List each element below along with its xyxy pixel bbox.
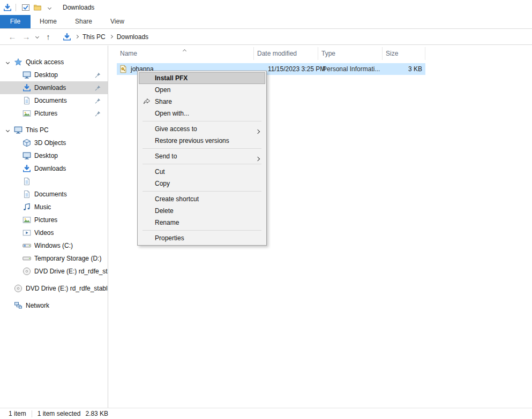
sidebar-section-label: This PC: [26, 126, 49, 134]
sidebar-item-label: Desktop: [34, 152, 58, 159]
menu-item-copy[interactable]: Copy: [139, 178, 265, 189]
sidebar-item-thispc-desktop[interactable]: Desktop: [0, 149, 108, 162]
menu-item-cut[interactable]: Cut: [139, 166, 265, 178]
history-dropdown-icon[interactable]: [35, 35, 39, 39]
menu-item-open-with[interactable]: Open with...: [139, 108, 265, 119]
drive-icon: [23, 254, 31, 263]
sidebar-item-label: DVD Drive (E:) rd_rdfe_stable: [34, 268, 108, 275]
menu-item-rename[interactable]: Rename: [139, 217, 265, 228]
video-icon: [23, 228, 31, 237]
sidebar-section-label: Quick access: [26, 58, 64, 66]
pictures-icon: [23, 216, 31, 224]
network-icon: [14, 301, 23, 310]
sidebar-item-label: Pictures: [34, 110, 57, 117]
sidebar-item-label: Desktop: [34, 71, 58, 79]
menu-item-delete[interactable]: Delete: [139, 205, 265, 217]
breadcrumb-chevron-icon[interactable]: [109, 35, 113, 39]
dvd-icon: [23, 267, 31, 276]
sidebar-item-network[interactable]: Network: [0, 299, 108, 312]
menu-item-properties[interactable]: Properties: [139, 232, 265, 244]
sidebar-item-label: DVD Drive (E:) rd_rdfe_stable.1: [26, 285, 108, 292]
menu-separator: [143, 121, 261, 121]
expand-chevron-icon[interactable]: [6, 128, 10, 132]
back-button[interactable]: ←: [5, 30, 19, 44]
column-headers: Name Date modified Type Size: [109, 47, 532, 60]
status-item-count: 1 item: [9, 410, 26, 417]
menu-item-send-to[interactable]: Send to: [139, 150, 265, 162]
navigation-bar: ← → ↑ This PC Downloads: [0, 29, 532, 45]
column-header-date-modified[interactable]: Date modified: [254, 47, 318, 60]
breadcrumb-this-pc[interactable]: This PC: [83, 33, 106, 41]
pin-icon: [95, 72, 101, 78]
sidebar-item-label: Pictures: [34, 216, 57, 224]
sidebar-item-unnamed[interactable]: [0, 175, 108, 188]
tab-share[interactable]: Share: [66, 15, 101, 28]
monitor-icon: [23, 71, 31, 79]
document-icon: [23, 96, 31, 105]
breadcrumb-downloads[interactable]: Downloads: [117, 33, 148, 41]
menu-item-restore-previous-versions[interactable]: Restore previous versions: [139, 135, 265, 147]
menu-item-share[interactable]: Share: [139, 96, 265, 108]
file-size: 3 KB: [383, 63, 422, 75]
status-selection-count: 1 item selected: [38, 410, 81, 417]
sidebar-section-quick-access[interactable]: Quick access: [0, 56, 108, 68]
address-bar[interactable]: This PC Downloads: [63, 33, 148, 41]
submenu-arrow-icon: [256, 127, 259, 135]
sidebar-item-3d-objects[interactable]: 3D Objects: [0, 136, 108, 149]
sidebar-item-label: Windows (C:): [34, 242, 73, 249]
sidebar-item-thispc-pictures[interactable]: Pictures: [0, 214, 108, 226]
status-bar: 1 item 1 item selected 2.83 KB: [0, 408, 532, 419]
sidebar-item-music[interactable]: Music: [0, 201, 108, 214]
forward-button[interactable]: →: [19, 30, 33, 44]
monitor-icon: [23, 151, 31, 160]
column-header-label: Size: [386, 50, 398, 57]
menu-item-open[interactable]: Open: [139, 84, 265, 96]
tab-view[interactable]: View: [101, 15, 133, 28]
sidebar-item-label: Downloads: [34, 84, 66, 92]
sidebar-item-label: Documents: [34, 97, 67, 104]
menu-separator: [143, 230, 261, 231]
column-header-label: Date modified: [257, 50, 297, 57]
sidebar-section-this-pc[interactable]: This PC: [0, 124, 108, 136]
drive-windows-icon: [23, 241, 31, 250]
status-selection-size: 2.83 KB: [85, 410, 108, 417]
sidebar-item-thispc-documents[interactable]: Documents: [0, 188, 108, 201]
breadcrumb-chevron-icon[interactable]: [75, 35, 79, 39]
downloads-icon: [23, 83, 31, 92]
monitor-icon: [14, 126, 23, 134]
properties-button[interactable]: [20, 2, 32, 13]
new-folder-button[interactable]: [32, 2, 43, 13]
column-header-name[interactable]: Name: [117, 47, 254, 60]
sidebar-item-desktop[interactable]: Desktop: [0, 68, 108, 81]
sidebar-item-label: 3D Objects: [34, 139, 66, 147]
column-header-size[interactable]: Size: [383, 47, 425, 60]
sidebar-item-pictures[interactable]: Pictures: [0, 107, 108, 120]
sidebar-item-documents[interactable]: Documents: [0, 94, 108, 107]
star-icon: [14, 58, 23, 66]
menu-item-give-access-to[interactable]: Give access to: [139, 123, 265, 135]
navigation-pane: Quick access Desktop Downloads Documents…: [0, 45, 108, 408]
tab-home[interactable]: Home: [31, 15, 66, 28]
context-menu: Install PFX Open Share Open with... Give…: [137, 71, 267, 246]
sidebar-item-videos[interactable]: Videos: [0, 226, 108, 239]
menu-item-create-shortcut[interactable]: Create shortcut: [139, 193, 265, 205]
expand-chevron-icon[interactable]: [6, 60, 10, 64]
properties-icon: [21, 3, 30, 12]
status-divider: [32, 410, 32, 417]
up-button[interactable]: ↑: [41, 30, 55, 44]
document-icon: [23, 190, 31, 199]
file-type: Personal Informati...: [323, 63, 380, 75]
sidebar-item-temporary-storage-d[interactable]: Temporary Storage (D:): [0, 252, 108, 265]
sidebar-item-dvd-drive-e-root[interactable]: DVD Drive (E:) rd_rdfe_stable.1: [0, 282, 108, 295]
sidebar-item-dvd-drive-e[interactable]: DVD Drive (E:) rd_rdfe_stable: [0, 265, 108, 278]
customize-toolbar-button[interactable]: [43, 2, 55, 13]
tab-file[interactable]: File: [0, 15, 31, 28]
menu-item-install-pfx[interactable]: Install PFX: [139, 72, 265, 84]
sidebar-item-downloads[interactable]: Downloads: [0, 81, 108, 94]
sidebar-item-windows-c[interactable]: Windows (C:): [0, 239, 108, 252]
sidebar-item-thispc-downloads[interactable]: Downloads: [0, 162, 108, 175]
submenu-arrow-icon: [256, 155, 259, 162]
sidebar-item-label: Downloads: [34, 165, 66, 172]
titlebar-separator: [16, 4, 16, 11]
column-header-type[interactable]: Type: [318, 47, 383, 60]
